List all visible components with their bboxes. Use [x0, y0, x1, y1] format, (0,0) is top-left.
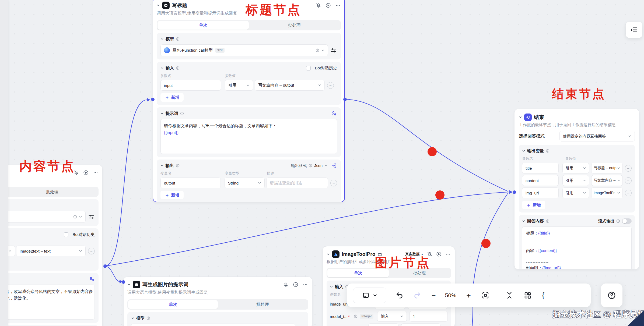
bot-history-checkbox[interactable] [306, 66, 311, 70]
var-name-input[interactable]: content [522, 175, 559, 186]
ref-value-select[interactable]: Image2text – text [16, 246, 86, 256]
ref-value-select[interactable]: 写文章内容 – output [255, 80, 325, 91]
tab-single[interactable]: 单次 [128, 300, 218, 309]
chevron-down-icon[interactable] [522, 219, 525, 223]
edge-title-to-end[interactable] [345, 99, 508, 192]
import-output-icon[interactable] [331, 163, 337, 169]
remove-row-button[interactable]: − [625, 177, 632, 184]
more-ellipsis-icon[interactable] [302, 282, 308, 288]
model-settings-icon[interactable] [330, 47, 337, 54]
chevron-down-icon[interactable] [160, 37, 164, 41]
remove-row-button[interactable]: − [625, 190, 632, 196]
corner-decoration [627, 310, 644, 326]
remove-row-button[interactable]: − [88, 248, 95, 254]
param-name-input[interactable]: input [160, 80, 221, 91]
output-format-value[interactable]: Json [314, 164, 323, 168]
ref-value-select[interactable]: 写标题 – outp [591, 163, 623, 173]
model-select[interactable]: GLM-4 128K [131, 324, 295, 326]
tab-single[interactable]: 单次 [158, 21, 249, 30]
answer-mode-select[interactable]: 使用设定的内容直接回答 [559, 131, 635, 141]
edge-content-to-prompt[interactable] [106, 266, 120, 282]
model-select[interactable] [0, 211, 86, 223]
chevron-down-icon[interactable] [330, 285, 333, 288]
minimap-button[interactable] [353, 288, 386, 303]
zoom-in-button[interactable]: ＋ [465, 292, 472, 299]
more-ellipsis-icon[interactable] [445, 251, 451, 257]
model-settings-icon[interactable] [88, 213, 95, 220]
collapse-vertical-icon[interactable] [505, 291, 513, 299]
collapse-chevron-icon[interactable] [157, 4, 160, 7]
model-name: 豆包·Function call模型 [173, 48, 213, 53]
ref-type-select[interactable]: 引用 [368, 323, 398, 326]
remove-row-button[interactable]: − [330, 180, 337, 186]
var-name-input[interactable]: output [160, 178, 221, 188]
port-content-output[interactable] [103, 264, 107, 268]
remove-row-button[interactable]: − [625, 165, 632, 172]
port-prompt-input[interactable] [122, 280, 125, 284]
node-image-prompt[interactable]: 写生成图片的提示词 调用大语言模型,使用变量和提示词生成回复 单次 批处理 模型… [123, 277, 312, 326]
run-play-icon[interactable] [325, 2, 331, 8]
chevron-down-icon[interactable] [160, 66, 164, 70]
tab-batch[interactable]: 批处理 [249, 21, 340, 30]
var-type-select[interactable]: String [225, 178, 265, 188]
fit-view-icon[interactable] [481, 291, 489, 299]
prompt-optimize-icon[interactable] [89, 276, 95, 282]
ref-type-select[interactable]: 引用 [225, 80, 253, 91]
undo-icon[interactable] [396, 291, 404, 299]
more-ellipsis-icon[interactable] [335, 2, 341, 8]
tab-batch[interactable]: 批处理 [6, 187, 98, 196]
chevron-down-icon[interactable] [160, 164, 164, 167]
auto-layout-grid-icon[interactable] [524, 291, 532, 299]
add-param-button[interactable]: ＋新增 [160, 93, 184, 102]
run-play-icon[interactable] [436, 251, 442, 257]
more-ellipsis-icon[interactable] [93, 170, 99, 176]
collapse-panel-button[interactable] [626, 22, 642, 38]
prompt-optimize-icon[interactable] [331, 111, 337, 116]
answer-content-textarea[interactable]: 标题：{{title}} -------------- 内容：{{content… [522, 226, 632, 270]
workflow-canvas[interactable]: 写标题 调用大语言模型,使用变量和提示词生成回复 单次 批处理 模型 豆包·F [0, 0, 644, 326]
add-var-button[interactable]: ＋新增 [160, 191, 184, 199]
ref-type-select[interactable]: 输入 [377, 311, 407, 322]
remove-row-button[interactable]: − [327, 82, 334, 89]
prompt-textarea[interactable]: 请你根据文章内容，写出一个最合适的标题，文章内容如下： {{input}} [160, 119, 337, 154]
node-write-content[interactable]: 单次 批处理 Bot对话历史 [0, 165, 103, 326]
zoom-out-button[interactable]: − [432, 292, 436, 299]
port-title-input[interactable] [151, 98, 155, 101]
bell-slash-icon[interactable] [283, 282, 289, 288]
collapse-chevron-icon[interactable] [327, 253, 330, 256]
column-label: 变量名 [160, 171, 225, 176]
bot-history-checkbox[interactable] [64, 232, 68, 237]
ref-type-select[interactable]: 引用 [562, 187, 589, 198]
add-var-button[interactable]: ＋新增 [522, 201, 545, 209]
run-play-icon[interactable] [83, 170, 89, 176]
chevron-down-icon[interactable] [131, 317, 134, 320]
bell-slash-icon[interactable] [316, 2, 321, 8]
node-end[interactable]: 结束 工作流的最终节点，用于返回工作流运行后的结果信息 选择回答模式 使用设定的… [514, 109, 639, 270]
ref-type-select[interactable]: 引用 [562, 175, 589, 186]
stream-output-toggle[interactable] [622, 218, 632, 224]
edge-content-to-title[interactable] [106, 100, 147, 266]
collapse-chevron-icon[interactable] [519, 116, 522, 119]
port-title-output[interactable] [343, 98, 347, 101]
var-name-input[interactable]: img_url [522, 187, 559, 198]
code-brace-button[interactable]: { [542, 291, 544, 300]
tab-batch[interactable]: 批处理 [218, 300, 307, 309]
param-value-input[interactable]: 1 [410, 311, 448, 322]
var-name-input[interactable]: title [522, 163, 559, 173]
chevron-down-icon[interactable] [160, 112, 164, 115]
prompt-textarea[interactable]: 的内容，改写成公众号风格的文章，不管原始内容多 口语化，活泼化。 [0, 285, 95, 320]
redo-icon[interactable] [413, 291, 421, 299]
chevron-down-icon[interactable] [522, 149, 525, 153]
ref-type-select[interactable]: 引用 [562, 163, 589, 173]
ref-value-select[interactable]: 写生成图片的提示 [401, 323, 440, 326]
zoom-level[interactable]: 50% [445, 292, 456, 299]
run-play-icon[interactable] [293, 282, 299, 288]
model-select[interactable]: 豆包·Function call模型 32K [160, 44, 328, 56]
ref-value-select[interactable]: 写文章内容 – [591, 175, 623, 186]
node-write-title[interactable]: 写标题 调用大语言模型,使用变量和提示词生成回复 单次 批处理 模型 豆包·F [153, 0, 345, 202]
var-desc-input[interactable]: 请描述变量的用途 [266, 178, 328, 188]
port-end-input[interactable] [513, 190, 516, 194]
help-button[interactable] [601, 284, 622, 307]
ref-value-select[interactable]: ImageToolPr [591, 187, 623, 198]
collapse-chevron-icon[interactable] [127, 283, 131, 286]
